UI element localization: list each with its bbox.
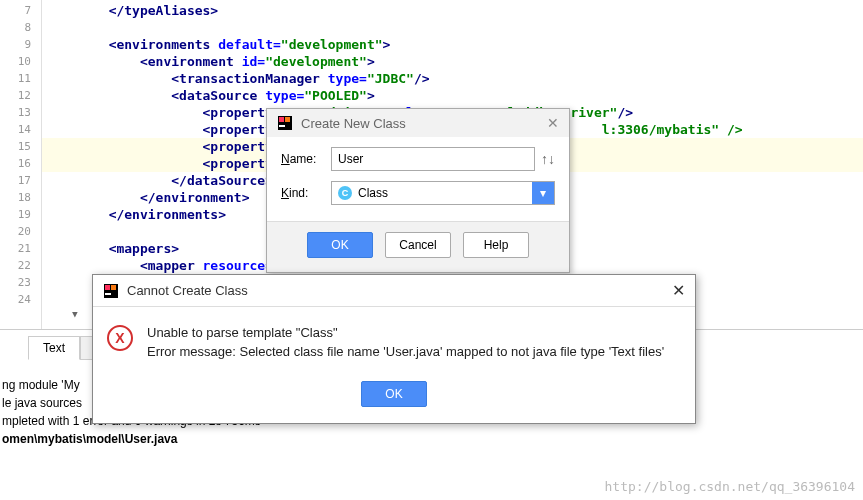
dialog-titlebar[interactable]: Create New Class ✕ xyxy=(267,109,569,137)
chevron-down-icon: ▾ xyxy=(540,186,546,200)
error-line1: Unable to parse template "Class" xyxy=(147,323,664,342)
watermark-text: http://blog.csdn.net/qq_36396104 xyxy=(605,479,855,494)
tab-text[interactable]: Text xyxy=(28,336,80,360)
line-gutter: 7 8 9 10 11 12 13 14 15 16 17 18 19 20 2… xyxy=(0,0,42,329)
line-number: 21 xyxy=(0,240,41,257)
ok-button[interactable]: OK xyxy=(307,232,373,258)
line-number: 10 xyxy=(0,53,41,70)
class-badge-icon: C xyxy=(338,186,352,200)
fold-caret-icon[interactable]: ▸ xyxy=(69,312,82,318)
line-number: 23 xyxy=(0,274,41,291)
svg-rect-1 xyxy=(279,117,284,122)
line-number: 24 xyxy=(0,291,41,308)
svg-rect-7 xyxy=(105,293,111,295)
name-label: Name: xyxy=(281,152,331,166)
cancel-button[interactable]: Cancel xyxy=(385,232,451,258)
line-number: 11 xyxy=(0,70,41,87)
dialog-title: Create New Class xyxy=(301,116,547,131)
line-number: 12 xyxy=(0,87,41,104)
dialog-titlebar[interactable]: Cannot Create Class ✕ xyxy=(93,275,695,307)
line-number: 19 xyxy=(0,206,41,223)
line-number: 9 xyxy=(0,36,41,53)
line-number: 17 xyxy=(0,172,41,189)
line-number: 13 xyxy=(0,104,41,121)
close-icon[interactable]: ✕ xyxy=(547,115,559,131)
dropdown-button[interactable]: ▾ xyxy=(532,182,554,204)
error-dialog: Cannot Create Class ✕ X Unable to parse … xyxy=(92,274,696,424)
line-number: 15 xyxy=(0,138,41,155)
kind-value: Class xyxy=(358,186,388,200)
line-number: 22 xyxy=(0,257,41,274)
create-class-dialog: Create New Class ✕ Name: ↑↓ Kind: C Clas… xyxy=(266,108,570,273)
svg-rect-2 xyxy=(285,117,290,122)
message-line: omen\mybatis\model\User.java xyxy=(0,430,863,448)
close-icon[interactable]: ✕ xyxy=(672,281,685,300)
line-number: 7 xyxy=(0,2,41,19)
line-number: 20 xyxy=(0,223,41,240)
sort-icon[interactable]: ↑↓ xyxy=(541,151,555,167)
dialog-title: Cannot Create Class xyxy=(127,283,672,298)
kind-label: Kind: xyxy=(281,186,331,200)
line-number: 8 xyxy=(0,19,41,36)
intellij-icon xyxy=(277,115,293,131)
kind-select[interactable]: C Class ▾ xyxy=(331,181,555,205)
line-number: 18 xyxy=(0,189,41,206)
error-line2: Error message: Selected class file name … xyxy=(147,342,664,361)
error-icon: X xyxy=(107,325,133,351)
line-number: 14 xyxy=(0,121,41,138)
error-message: Unable to parse template "Class" Error m… xyxy=(147,323,664,361)
svg-rect-5 xyxy=(105,285,110,290)
help-button[interactable]: Help xyxy=(463,232,529,258)
svg-rect-6 xyxy=(111,285,116,290)
svg-rect-3 xyxy=(279,125,285,127)
intellij-icon xyxy=(103,283,119,299)
name-input[interactable] xyxy=(331,147,535,171)
ok-button[interactable]: OK xyxy=(361,381,427,407)
xml-tag: </typeAliases> xyxy=(109,3,219,18)
line-number: 16 xyxy=(0,155,41,172)
